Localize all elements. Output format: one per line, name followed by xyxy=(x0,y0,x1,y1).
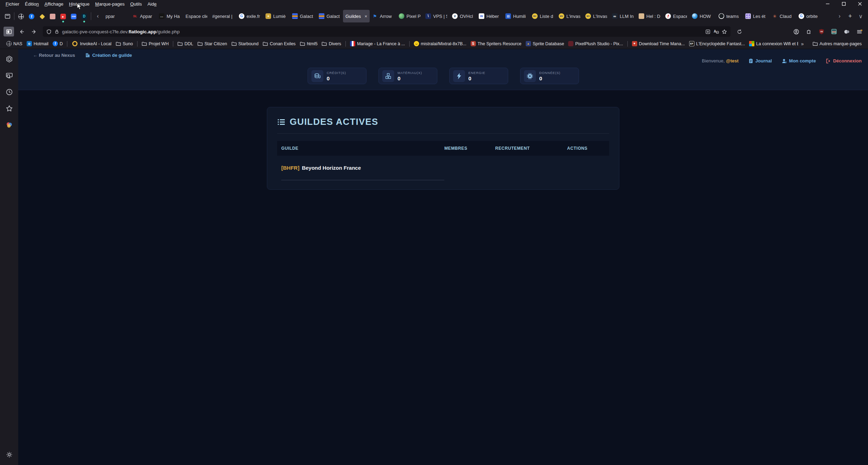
bookmark-star-icon[interactable] xyxy=(722,29,727,34)
browser-tab[interactable]: #general | xyxy=(210,10,236,22)
tab-active[interactable]: Guildes× xyxy=(343,10,370,22)
bookmark-folder[interactable]: Conan Exiles xyxy=(261,40,298,47)
back-to-nexus-link[interactable]: ← Retour au Nexus xyxy=(33,53,75,58)
new-tab-button[interactable]: + xyxy=(845,11,855,21)
browser-tab[interactable]: MVL'invas xyxy=(556,10,583,22)
account-link[interactable]: Mon compte xyxy=(782,58,816,63)
create-guild-link[interactable]: Création de guilde xyxy=(85,53,132,58)
bookmark-item[interactable]: Mariage - La France à ... xyxy=(348,40,407,47)
blob-extension-button[interactable] xyxy=(841,27,852,36)
browser-tab[interactable]: \VPS | S xyxy=(423,10,450,22)
browser-tab[interactable]: SLAppar xyxy=(130,10,156,22)
extensions-button[interactable] xyxy=(803,27,814,36)
save-page-icon[interactable] xyxy=(705,29,711,34)
scroll-tabs-left-button[interactable]: ‹ xyxy=(93,11,103,21)
browser-tab[interactable]: Galact xyxy=(316,10,343,22)
bookmark-folder[interactable]: Projet WH xyxy=(140,40,171,47)
bookmark-folder[interactable]: Suno xyxy=(114,40,135,47)
bookmark-folder[interactable]: html5 xyxy=(298,40,320,47)
bookmark-folder[interactable]: Divers xyxy=(319,40,343,47)
app-menu-button[interactable] xyxy=(854,27,864,36)
pinned-tab[interactable] xyxy=(37,10,47,23)
synced-tabs-icon[interactable] xyxy=(4,70,15,81)
reload-button[interactable] xyxy=(734,27,745,36)
bookmark-item[interactable]: ▲Sprite Database xyxy=(524,40,566,47)
bookmark-folder[interactable]: Star Citizen xyxy=(195,40,229,47)
bookmark-item[interactable]: ♥Download Time Mana... xyxy=(630,40,687,47)
browser-tab[interactable]: WHéber xyxy=(476,10,503,22)
bookmark-item[interactable]: InvokeAI - Local xyxy=(69,39,114,48)
bookmark-folder[interactable]: Starbound xyxy=(229,40,261,47)
forward-button[interactable] xyxy=(29,27,39,36)
maximize-button[interactable] xyxy=(836,0,852,8)
menu-dition[interactable]: Édition xyxy=(22,1,42,7)
firefox-view-button[interactable] xyxy=(2,11,13,21)
minimize-button[interactable] xyxy=(820,0,836,8)
pinned-tab[interactable] xyxy=(16,10,26,23)
browser-tab[interactable]: vOVHcl xyxy=(450,10,476,22)
pinned-tab[interactable]: ▶ xyxy=(58,10,68,23)
back-button[interactable] xyxy=(16,27,27,36)
pinned-tab[interactable] xyxy=(47,10,58,23)
bookmarks-overflow-chevron-icon[interactable]: » xyxy=(801,41,803,47)
menu-marquepages[interactable]: Marque-pages xyxy=(92,1,127,7)
bookmark-item[interactable]: ☺mistralai/Mixtral-8x7B... xyxy=(412,40,469,47)
pinned-tab[interactable]: DSM xyxy=(68,10,79,23)
browser-tab[interactable]: ✳Claud xyxy=(769,10,796,22)
url-bar[interactable]: galactic-pve-conquest-c7fe.dev.flatlogic… xyxy=(43,26,731,37)
list-all-tabs-button[interactable]: ∨ xyxy=(855,11,866,21)
bookmark-folder[interactable]: DDL xyxy=(175,40,195,47)
bookmark-folder-others[interactable]: Autres marque-pages xyxy=(810,40,864,47)
browser-tab[interactable]: ∞LLM In xyxy=(610,10,636,22)
table-row[interactable]: [BHFR]Beyond Horizon France xyxy=(277,156,609,180)
account-button[interactable] xyxy=(791,27,801,36)
bookmark-item[interactable]: La connexion Wifi et E... xyxy=(747,40,798,47)
browser-tab[interactable]: HOW xyxy=(689,10,716,22)
bookmark-item[interactable]: PixelPlush Studio - Pix... xyxy=(566,40,625,47)
browser-tab[interactable]: MVL'Invas xyxy=(583,10,610,22)
browser-tab[interactable]: …My Ha xyxy=(156,10,183,22)
tracking-shield-icon[interactable] xyxy=(46,29,52,34)
close-button[interactable] xyxy=(852,0,868,8)
bookmark-item[interactable]: fD xyxy=(51,40,65,47)
menu-aide[interactable]: Aide xyxy=(144,1,159,7)
history-clock-icon[interactable] xyxy=(4,86,15,97)
https-lock-icon[interactable] xyxy=(54,29,59,34)
bookmark-item[interactable]: NAS xyxy=(4,40,25,47)
browser-tab[interactable]: teams xyxy=(716,10,743,22)
browser-tab[interactable]: Les ét xyxy=(743,10,769,22)
bookmark-item[interactable]: EFL'Encyclopédie Fantast... xyxy=(687,40,747,47)
browser-tab[interactable]: ppar xyxy=(103,10,130,22)
browser-tab[interactable]: Galact xyxy=(290,10,316,22)
ublock-extension-button[interactable]: U0 xyxy=(816,27,827,36)
browser-tab[interactable]: ★Lumiè xyxy=(263,10,290,22)
browser-tab[interactable]: Gexile.fr xyxy=(236,10,263,22)
chatgpt-icon[interactable] xyxy=(4,53,15,65)
pinned-tab[interactable]: D xyxy=(79,10,89,23)
bookmarks-star-icon[interactable] xyxy=(4,103,15,114)
menu-fichier[interactable]: Fichier xyxy=(3,1,22,7)
url-text[interactable]: galactic-pve-conquest-c7fe.dev.flatlogic… xyxy=(62,29,180,34)
bookmark-item[interactable]: oHotmail xyxy=(25,40,51,47)
journal-link[interactable]: Journal xyxy=(748,58,772,63)
translate-icon[interactable]: A xyxy=(713,29,719,34)
palette-icon[interactable] xyxy=(4,119,15,130)
pinned-tab[interactable]: f xyxy=(26,10,37,23)
browser-tab[interactable]: Espace clie xyxy=(183,10,210,22)
sidebar-toggle-button[interactable] xyxy=(4,27,14,36)
tab-close-icon[interactable]: × xyxy=(364,14,367,19)
logout-link[interactable]: Déconnexion xyxy=(826,58,862,63)
menu-outils[interactable]: Outils xyxy=(127,1,144,7)
avatar-extension-button[interactable] xyxy=(829,27,839,36)
bookmark-item[interactable]: SThe Spriters Resource xyxy=(469,40,524,47)
browser-tab[interactable]: ▤Humili xyxy=(503,10,530,22)
browser-tab[interactable]: Gorbite xyxy=(796,10,823,22)
browser-tab[interactable]: Pixel P xyxy=(396,10,423,22)
menu-historique[interactable]: Historique xyxy=(66,1,93,7)
browser-tab[interactable]: Hel : D xyxy=(636,10,663,22)
browser-tab[interactable]: fEspace xyxy=(663,10,689,22)
guild-name-cell[interactable]: [BHFR]Beyond Horizon France xyxy=(281,156,444,180)
browser-tab[interactable]: MVListe d xyxy=(530,10,556,22)
browser-tab[interactable]: ⚑Arrow xyxy=(370,10,396,22)
scroll-tabs-right-button[interactable]: › xyxy=(834,11,845,21)
